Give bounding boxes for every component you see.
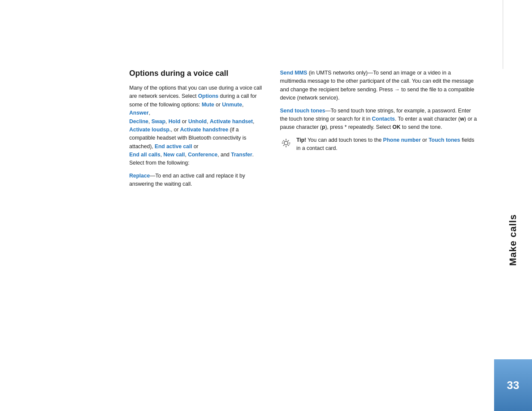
touch-tones-link[interactable]: Touch tones	[429, 137, 460, 143]
intro-paragraph: Many of the options that you can use dur…	[129, 84, 263, 168]
mute-link[interactable]: Mute	[202, 102, 214, 108]
ok-text: OK	[392, 124, 401, 130]
svg-line-9	[282, 141, 283, 142]
send-touch-tones-link[interactable]: Send touch tones	[280, 108, 325, 114]
activate-loudsp-link[interactable]: Activate loudsp.	[129, 127, 171, 133]
options-link[interactable]: Options	[198, 93, 218, 99]
tip-icon	[280, 137, 292, 149]
send-touch-desc2: . To enter a wait character (	[395, 116, 460, 122]
svg-line-8	[283, 144, 285, 146]
unhold-link[interactable]: Unhold	[188, 118, 207, 125]
phone-number-link[interactable]: Phone number	[383, 137, 421, 143]
arrow-icon: →	[394, 87, 400, 93]
sidebar-page-number-box: 33	[494, 359, 532, 411]
send-touch-desc4: ), press	[325, 124, 345, 130]
section-heading: Options during a voice call	[129, 69, 263, 78]
svg-point-0	[284, 141, 288, 145]
svg-line-6	[288, 144, 289, 146]
right-sidebar: Make calls 33	[494, 0, 532, 411]
w-char: w	[460, 116, 464, 122]
tip-or: or	[421, 137, 429, 143]
tip-text-paragraph: Tip! You can add touch tones to the Phon…	[296, 136, 477, 153]
transfer-link[interactable]: Transfer	[231, 152, 252, 158]
send-mms-paragraph: Send MMS (in UMTS networks only)—To send…	[280, 69, 477, 103]
comma7: , or	[171, 127, 180, 133]
tip-box: Tip! You can add touch tones to the Phon…	[280, 136, 477, 157]
contacts-link[interactable]: Contacts	[372, 116, 395, 122]
or1: or	[214, 102, 222, 108]
tip-bold-label: Tip!	[296, 137, 306, 143]
comma1: ,	[242, 102, 243, 108]
p-char: p	[322, 124, 325, 130]
send-mms-link[interactable]: Send MMS	[280, 70, 307, 76]
tip-svg-icon	[280, 137, 292, 149]
or2: or	[180, 118, 188, 125]
comma2: ,	[149, 110, 150, 116]
answer-link[interactable]: Answer	[129, 110, 149, 116]
swap-link[interactable]: Swap	[151, 118, 165, 125]
comma6: ,	[253, 118, 254, 125]
activate-handset-link[interactable]: Activate handset	[210, 118, 253, 125]
comma5: ,	[207, 118, 210, 125]
activate-handsfree-link[interactable]: Activate handsfree	[180, 127, 228, 133]
decline-link[interactable]: Decline	[129, 118, 148, 125]
svg-line-5	[283, 140, 285, 141]
sidebar-title: Make calls	[507, 214, 519, 266]
main-content: Options during a voice call Many of the …	[0, 0, 494, 411]
new-call-link[interactable]: New call	[163, 152, 185, 158]
tip-text-content: You can add touch tones to the	[306, 137, 383, 143]
hold-link[interactable]: Hold	[168, 118, 180, 125]
send-touch-tones-paragraph: Send touch tones—To send touch tone stri…	[280, 107, 477, 132]
sidebar-top-line	[503, 0, 503, 69]
end-all-calls-link[interactable]: End all calls	[129, 152, 160, 158]
comma4: ,	[165, 118, 168, 125]
replace-paragraph: Replace—To end an active call and replac…	[129, 172, 263, 189]
right-column: Send MMS (in UMTS networks only)—To send…	[280, 69, 477, 193]
two-column-layout: Options during a voice call Many of the …	[129, 69, 477, 193]
page-container: Options during a voice call Many of the …	[0, 0, 532, 411]
send-touch-desc5: repeatedly. Select	[347, 124, 392, 130]
end-active-call-link[interactable]: End active call	[155, 143, 192, 149]
replace-link[interactable]: Replace	[129, 173, 150, 179]
conference-link[interactable]: Conference	[188, 152, 218, 158]
comma10: , and	[218, 152, 231, 158]
svg-line-7	[288, 140, 289, 141]
unmute-link[interactable]: Unmute	[222, 102, 242, 108]
replace-dash: —	[150, 173, 156, 179]
send-touch-desc6: to send the tone.	[401, 124, 442, 130]
sidebar-page-number: 33	[507, 379, 520, 392]
svg-line-10	[289, 144, 290, 145]
or3: or	[192, 143, 199, 149]
left-column: Options during a voice call Many of the …	[129, 69, 263, 193]
